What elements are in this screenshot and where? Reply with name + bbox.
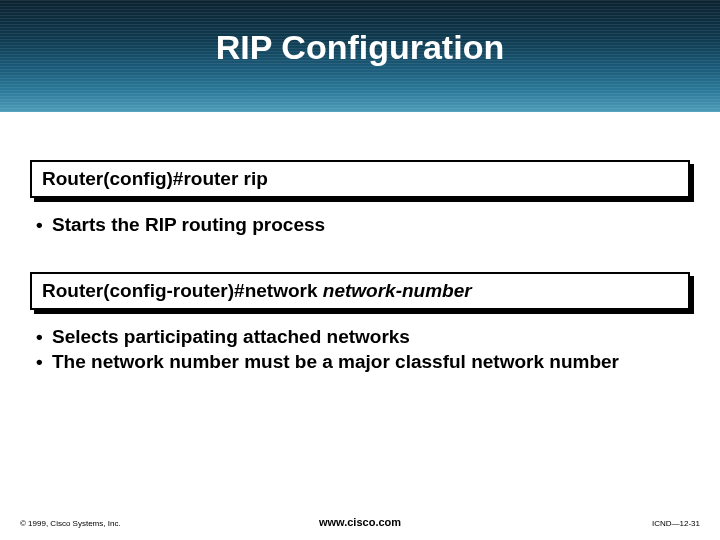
footer: © 1999, Cisco Systems, Inc. www.cisco.co… <box>0 506 720 530</box>
bullet-item: • The network number must be a major cla… <box>36 349 690 375</box>
command-1-text: Router(config)#router rip <box>42 168 268 189</box>
bullet-item: • Starts the RIP routing process <box>36 212 690 238</box>
bullet-dot: • <box>36 212 52 238</box>
bullet-dot: • <box>36 324 52 350</box>
footer-slide-code: ICND—12-31 <box>652 519 700 528</box>
command-box-2: Router(config-router)#network network-nu… <box>30 272 690 310</box>
bullet-text: Starts the RIP routing process <box>52 212 325 238</box>
footer-copyright: © 1999, Cisco Systems, Inc. <box>20 519 121 528</box>
bullet-text: The network number must be a major class… <box>52 349 619 375</box>
command-2-italic: network-number <box>323 280 472 301</box>
content-area: Router(config)#router rip • Starts the R… <box>30 160 690 409</box>
footer-url: www.cisco.com <box>319 516 401 528</box>
bullet-dot: • <box>36 349 52 375</box>
command-box-1: Router(config)#router rip <box>30 160 690 198</box>
bullet-group-1: • Starts the RIP routing process <box>30 212 690 238</box>
bullet-group-2: • Selects participating attached network… <box>30 324 690 375</box>
command-2-prefix: Router(config-router)#network <box>42 280 323 301</box>
bullet-text: Selects participating attached networks <box>52 324 410 350</box>
bullet-item: • Selects participating attached network… <box>36 324 690 350</box>
slide-title: RIP Configuration <box>0 28 720 67</box>
header-band: RIP Configuration <box>0 0 720 112</box>
